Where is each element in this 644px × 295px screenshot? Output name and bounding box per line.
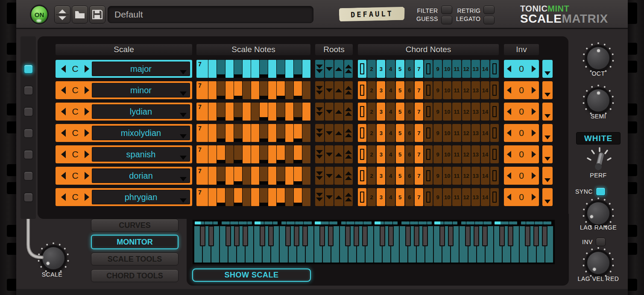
chord-note-14-toggle[interactable]: 14 [481,81,489,99]
scale-note-toggle[interactable] [268,145,276,163]
scale-note-toggle[interactable] [294,81,302,96]
scale-note-toggle[interactable] [285,103,293,121]
root-up-button[interactable] [334,124,343,142]
chord-note-6-toggle[interactable]: 6 [405,188,414,206]
tab-chord-tools[interactable]: CHORD TOOLS [91,269,179,282]
scale-note-toggle[interactable] [243,81,251,99]
inversion-stepper[interactable]: 0 [504,124,539,142]
inversion-stepper[interactable]: 0 [504,145,539,163]
root-down-button[interactable] [325,124,334,142]
chord-note-11-toggle[interactable]: 11 [452,167,461,185]
scale-note-toggle[interactable] [277,188,285,203]
root-up-button[interactable] [334,60,343,78]
row-select-led[interactable] [23,107,33,117]
chord-note-4-toggle[interactable]: 4 [386,81,395,99]
scale-note-toggle[interactable] [251,81,259,99]
chord-note-11-toggle[interactable]: 11 [452,188,461,206]
chord-note-10-toggle[interactable]: 10 [443,124,451,142]
scale-note-toggle[interactable] [294,124,302,139]
scale-note-toggle[interactable] [208,188,217,206]
inversion-dropdown[interactable] [542,124,553,142]
scale-note-toggle[interactable] [294,103,302,117]
root-next-arrow[interactable] [85,193,89,201]
chord-note-1-toggle[interactable] [358,145,366,163]
chord-note-2-toggle[interactable]: 2 [367,145,376,163]
scale-note-toggle[interactable] [234,103,242,117]
inversion-stepper[interactable]: 0 [504,167,539,185]
chord-note-6-toggle[interactable]: 6 [405,167,414,185]
root-prev-arrow[interactable] [61,193,66,201]
scale-note-toggle[interactable] [277,60,285,74]
scale-note-toggle[interactable] [225,124,234,142]
chord-note-14-toggle[interactable]: 14 [481,103,489,121]
root-double-down-button[interactable] [315,188,324,206]
oct-knob[interactable] [583,42,614,74]
chord-note-9-toggle[interactable]: 9 [433,124,442,142]
scale-note-toggle[interactable] [268,103,276,121]
chord-note-8-toggle[interactable] [424,188,433,206]
scale-select-dropdown[interactable]: spanish [92,147,190,162]
row-select-led[interactable] [23,192,33,202]
scale-note-toggle[interactable] [302,124,310,142]
chord-note-9-toggle[interactable]: 9 [433,188,442,206]
scale-note-toggle[interactable] [294,167,302,181]
scale-note-toggle[interactable] [285,60,293,78]
chord-note-13-toggle[interactable]: 13 [471,103,480,121]
inversion-dropdown[interactable] [542,145,553,163]
scale-note-toggle[interactable] [208,124,217,142]
chord-note-9-toggle[interactable]: 9 [433,103,442,121]
chord-note-7-toggle[interactable]: 7 [415,60,423,78]
chord-note-7-toggle[interactable]: 7 [415,81,423,99]
scale-select-dropdown[interactable]: lydian [92,104,190,119]
chord-note-12-toggle[interactable]: 12 [462,145,471,163]
scale-note-toggle[interactable] [277,145,285,160]
chord-note-13-toggle[interactable]: 13 [471,81,480,99]
inversion-dropdown[interactable] [542,188,553,206]
inversion-increase-arrow[interactable] [532,87,536,94]
root-double-up-button[interactable] [344,103,353,121]
scale-note-toggle[interactable] [234,145,242,160]
chord-note-9-toggle[interactable]: 9 [433,81,442,99]
inversion-stepper[interactable]: 0 [504,188,539,206]
chord-note-5-toggle[interactable]: 5 [396,188,404,206]
inversion-increase-arrow[interactable] [532,194,536,201]
scale-note-toggle[interactable] [217,81,225,96]
chord-note-14-toggle[interactable]: 14 [481,60,489,78]
inversion-increase-arrow[interactable] [532,151,536,158]
scale-note-toggle[interactable] [225,167,234,185]
scale-note-toggle[interactable] [268,124,276,142]
root-up-button[interactable] [334,167,343,185]
scale-note-toggle[interactable] [302,145,310,163]
root-next-arrow[interactable] [85,108,89,115]
scale-note-toggle[interactable] [277,124,285,139]
chord-note-4-toggle[interactable]: 4 [386,124,395,142]
root-prev-arrow[interactable] [61,172,66,180]
root-up-button[interactable] [334,145,343,163]
chord-note-15-toggle[interactable] [490,188,499,206]
chord-note-8-toggle[interactable] [424,103,433,121]
inversion-dropdown[interactable] [542,103,553,121]
inversion-stepper[interactable]: 0 [504,60,539,78]
chord-note-15-toggle[interactable] [490,60,499,78]
scale-note-toggle[interactable] [234,81,242,96]
inversion-stepper[interactable]: 0 [504,103,539,121]
chord-note-2-toggle[interactable]: 2 [367,81,376,99]
scale-note-toggle[interactable] [302,167,310,185]
root-up-button[interactable] [334,188,343,206]
chord-note-6-toggle[interactable]: 6 [405,145,414,163]
chord-note-5-toggle[interactable]: 5 [396,145,404,163]
chord-note-15-toggle[interactable] [490,145,499,163]
inversion-increase-arrow[interactable] [532,172,536,179]
chord-note-15-toggle[interactable] [490,81,499,99]
chord-note-10-toggle[interactable]: 10 [443,167,451,185]
scale-note-toggle[interactable] [217,124,225,139]
scale-note-toggle[interactable] [234,124,242,139]
chord-note-11-toggle[interactable]: 11 [452,81,461,99]
scale-note-toggle[interactable] [285,124,293,142]
scale-note-toggle[interactable] [234,167,242,181]
scale-note-toggle[interactable] [277,103,285,117]
chord-note-15-toggle[interactable] [490,103,499,121]
chord-note-10-toggle[interactable]: 10 [443,188,451,206]
scale-note-toggle[interactable] [277,167,285,181]
chord-note-6-toggle[interactable]: 6 [405,124,414,142]
